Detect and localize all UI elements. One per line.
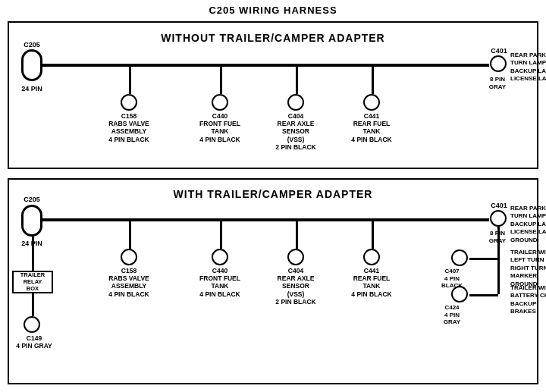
branch-line-c407 [469, 258, 498, 260]
bottom-c441-connector [363, 249, 380, 265]
top-c441-dropline [372, 65, 374, 94]
trailer-relay-label: TRAILERRELAYBOX [11, 271, 55, 292]
top-c158-dropline [129, 65, 131, 94]
branch-line-c424 [469, 294, 498, 296]
bottom-c440-dropline [220, 220, 222, 249]
bottom-c401-connector [490, 210, 507, 227]
top-c404-dropline [296, 65, 298, 94]
bottom-c441-label: C441REAR FUELTANK4 PIN BLACK [349, 267, 394, 298]
bottom-c424-id-label: C4244 PINGRAY [437, 304, 467, 326]
bottom-c401-desc-label: REAR PARK/STOPTURN LAMPSBACKUP LAMPSLICE… [510, 205, 546, 244]
top-c401-connector [490, 55, 507, 72]
top-wire-line [42, 64, 489, 67]
top-section-label: WITHOUT TRAILER/CAMPER ADAPTER [161, 32, 384, 44]
top-c205-pin-label: 24 PIN [15, 85, 49, 93]
bottom-c424-desc-label: TRAILER WIRESBATTERY CHARGEBACKUPBRAKES [510, 284, 546, 316]
bottom-c401-branch-line [497, 226, 500, 294]
bottom-c404-connector [287, 249, 304, 265]
top-c440-label: C440FRONT FUELTANK4 PIN BLACK [197, 112, 243, 143]
top-c158-connector [121, 94, 137, 111]
bottom-wire-line [42, 218, 489, 221]
top-c158-label: C158RABS VALVEASSEMBLY4 PIN BLACK [106, 112, 152, 143]
page-title: C205 WIRING HARNESS [209, 0, 337, 16]
diagram-container: C205 WIRING HARNESS WITHOUT TRAILER/CAMP… [0, 0, 546, 379]
bottom-c149-label: C1494 PIN GRAY [15, 334, 53, 350]
top-c441-connector [363, 94, 380, 111]
bottom-c404-dropline [296, 220, 298, 249]
top-c404-connector [287, 94, 304, 111]
bottom-c407-connector [451, 249, 468, 266]
top-c441-label: C441REAR FUELTANK4 PIN BLACK [349, 112, 394, 143]
bottom-c441-dropline [372, 220, 374, 249]
bottom-c424-connector [451, 286, 468, 303]
top-c404-label: C404REAR AXLESENSOR(VSS)2 PIN BLACK [270, 112, 322, 151]
top-c440-dropline [220, 65, 222, 94]
top-c401-pin-label: 8 PINGRAY [482, 76, 513, 90]
bottom-c440-label: C440FRONT FUELTANK4 PIN BLACK [197, 267, 243, 298]
top-c401-id-label: C401 [484, 47, 514, 55]
bottom-c158-label: C158RABS VALVEASSEMBLY4 PIN BLACK [106, 267, 152, 298]
trailer-relay-dropline [32, 237, 34, 271]
bottom-c440-connector [212, 249, 228, 265]
top-c401-desc-label: REAR PARK/STOPTURN LAMPSBACKUP LAMPSLICE… [510, 52, 546, 83]
top-c205-connector [21, 49, 42, 81]
bottom-c404-label: C404REAR AXLESENSOR(VSS)2 PIN BLACK [270, 267, 322, 306]
bottom-c205-connector [21, 205, 42, 237]
bottom-c158-connector [121, 249, 137, 265]
bottom-c205-id-label: C205 [17, 196, 47, 204]
top-c205-id-label: C205 [17, 41, 47, 49]
bottom-c149-connector [24, 316, 40, 333]
bottom-c407-desc-label: TRAILER WIRESLEFT TURNRIGHT TURNMARKERGR… [510, 249, 546, 288]
bottom-section-label: WITH TRAILER/CAMPER ADAPTER [174, 188, 373, 200]
bottom-c158-dropline [129, 220, 131, 249]
bottom-c401-id-label: C401 [484, 202, 514, 210]
c149-dropline [32, 293, 34, 316]
top-c440-connector [212, 94, 228, 111]
